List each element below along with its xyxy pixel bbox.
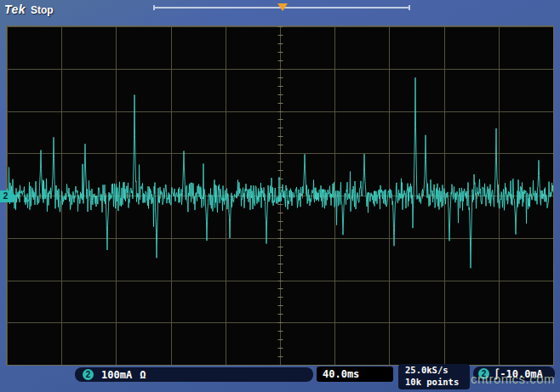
channel-2-badge: 2: [83, 369, 94, 380]
acquisition-status: Stop: [31, 4, 54, 16]
tek-logo: Tek: [4, 3, 26, 16]
channel-coupling: Ω: [140, 369, 146, 381]
timebase-value: 40.0ms: [323, 368, 359, 380]
channel-readout: 2 100mA Ω: [75, 367, 313, 382]
acquisition-readout: 25.0kS/s 10k points: [398, 364, 470, 389]
oscilloscope-screen: [6, 26, 554, 366]
oscilloscope-display: Tek Stop 2 2 100mA Ω 40.0ms 25.0kS/s 10k…: [0, 0, 560, 392]
watermark: cntronics.com: [471, 372, 555, 386]
sample-rate: 25.0kS/s: [405, 365, 449, 377]
record-length: 10k points: [405, 377, 459, 389]
channel-2-position-marker: 2: [0, 190, 11, 202]
graticule: [7, 26, 553, 365]
trigger-position-marker-icon: [277, 3, 288, 11]
channel-scale: 100mA: [101, 369, 132, 381]
timebase-readout: 40.0ms: [317, 366, 393, 382]
